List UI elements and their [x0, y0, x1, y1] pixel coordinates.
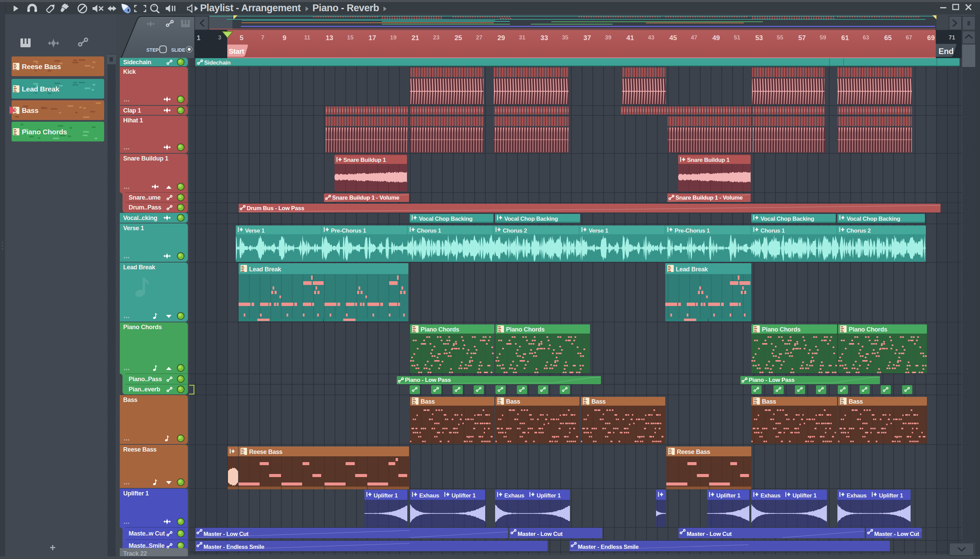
svg-text:Clap 1: Clap 1	[123, 107, 141, 114]
svg-text:End: End	[939, 46, 953, 56]
svg-text:STEP: STEP	[146, 47, 159, 53]
svg-text:Uplifter 1: Uplifter 1	[123, 490, 149, 497]
svg-text:Bass: Bass	[591, 398, 606, 405]
svg-text:Vocal Chop Backing: Vocal Chop Backing	[504, 215, 558, 222]
svg-text:61: 61	[841, 34, 849, 41]
svg-text:Vocal..cking: Vocal..cking	[123, 215, 157, 222]
svg-text:3: 3	[218, 34, 221, 41]
svg-text:Uplifter 1: Uplifter 1	[716, 492, 740, 499]
svg-text:13: 13	[326, 34, 333, 41]
svg-text:Sidechain: Sidechain	[204, 60, 231, 66]
svg-text:Pian..everb: Pian..everb	[129, 386, 160, 393]
svg-text:27: 27	[476, 34, 483, 41]
svg-text:Maste..w Cut: Maste..w Cut	[129, 530, 165, 537]
svg-text:31: 31	[519, 34, 526, 41]
svg-text:57: 57	[798, 34, 806, 41]
svg-text:Chorus 2: Chorus 2	[503, 227, 527, 234]
svg-text:Piano Chords: Piano Chords	[22, 128, 67, 136]
svg-text:49: 49	[712, 34, 720, 41]
svg-text:Exhaus: Exhaus	[761, 492, 781, 499]
svg-text:35: 35	[562, 34, 568, 41]
svg-text:55: 55	[777, 34, 783, 41]
svg-text:5: 5	[240, 34, 243, 41]
svg-text:37: 37	[584, 34, 591, 41]
svg-text:Vocal Chop Backing: Vocal Chop Backing	[761, 215, 814, 222]
svg-text:Drum Bus - Low Pass: Drum Bus - Low Pass	[247, 205, 304, 212]
svg-text:17: 17	[368, 34, 376, 41]
svg-text:Playlist - Arrangement: Playlist - Arrangement	[200, 2, 301, 13]
svg-text:Snare Buildup 1 - Volume: Snare Buildup 1 - Volume	[332, 195, 399, 201]
svg-text:Start: Start	[229, 47, 244, 55]
svg-text:43: 43	[648, 34, 654, 41]
svg-text:Drum..Pass: Drum..Pass	[129, 204, 161, 211]
svg-text:Piano Chords: Piano Chords	[762, 326, 801, 333]
svg-text:Piano Chords: Piano Chords	[506, 326, 545, 333]
svg-text:7: 7	[261, 34, 264, 41]
svg-text:Vocal Chop Backing: Vocal Chop Backing	[419, 215, 473, 222]
svg-text:Exhaus: Exhaus	[504, 492, 524, 499]
svg-text:Bass: Bass	[849, 398, 863, 405]
svg-text:Reese Bass: Reese Bass	[123, 446, 156, 453]
svg-text:47: 47	[691, 34, 697, 41]
svg-text:Lead Break: Lead Break	[123, 264, 156, 271]
svg-text:Vocal Chop Backing: Vocal Chop Backing	[847, 215, 900, 222]
svg-text:29: 29	[497, 34, 505, 41]
svg-text:Bass: Bass	[421, 398, 435, 405]
svg-text:33: 33	[541, 34, 548, 41]
svg-text:Bass: Bass	[506, 398, 520, 405]
svg-text:9: 9	[283, 34, 287, 41]
svg-text:Verse 1: Verse 1	[589, 227, 608, 234]
svg-text:Master - Endless Smile: Master - Endless Smile	[578, 544, 639, 550]
svg-text:Master - Low Cut: Master - Low Cut	[204, 531, 249, 537]
svg-text:1: 1	[197, 34, 201, 41]
svg-text:Exhaus: Exhaus	[419, 492, 439, 499]
svg-text:Reese Bass: Reese Bass	[249, 448, 282, 455]
svg-text:Piano - Low Pass: Piano - Low Pass	[405, 377, 451, 383]
svg-text:Chorus 1: Chorus 1	[761, 227, 785, 234]
svg-text:Piano Chords: Piano Chords	[123, 324, 162, 331]
svg-text:51: 51	[734, 34, 740, 41]
svg-text:53: 53	[755, 34, 763, 41]
svg-text:Piano Chords: Piano Chords	[849, 326, 887, 333]
svg-text:15: 15	[347, 34, 353, 41]
svg-text:Snare Buildup 1 - Volume: Snare Buildup 1 - Volume	[675, 195, 743, 201]
svg-text:Lead Break: Lead Break	[22, 85, 60, 93]
svg-text:Verse 1: Verse 1	[245, 227, 264, 234]
svg-text:Pre-Chorus 1: Pre-Chorus 1	[675, 227, 710, 234]
svg-text:Piano - Low Pass: Piano - Low Pass	[749, 377, 794, 383]
svg-text:Snare Buildup 1: Snare Buildup 1	[687, 157, 730, 163]
svg-text:23: 23	[433, 34, 439, 41]
svg-text:Uplifter 1: Uplifter 1	[537, 492, 561, 499]
svg-text:Uplifter 1: Uplifter 1	[879, 492, 903, 499]
svg-text:Reese Bass: Reese Bass	[677, 448, 710, 455]
svg-text:39: 39	[605, 34, 612, 41]
svg-text:Piano..Pass: Piano..Pass	[129, 376, 162, 382]
svg-text:Hihat 1: Hihat 1	[123, 117, 143, 124]
svg-text:Reese Bass: Reese Bass	[22, 63, 61, 70]
svg-text:Chorus 1: Chorus 1	[417, 227, 441, 234]
svg-text:SLIDE: SLIDE	[171, 47, 185, 53]
svg-text:Master - Endless Smile: Master - Endless Smile	[204, 544, 264, 550]
svg-text:Master - Low Cut: Master - Low Cut	[517, 531, 563, 537]
svg-text:59: 59	[820, 34, 826, 41]
svg-text:Piano Chords: Piano Chords	[421, 326, 459, 333]
svg-text:Lead Break: Lead Break	[249, 266, 282, 273]
svg-text:Kick: Kick	[123, 68, 136, 75]
svg-text:21: 21	[411, 34, 419, 41]
svg-text:Uplifter 1: Uplifter 1	[374, 492, 398, 499]
svg-text:Verse 1: Verse 1	[123, 225, 144, 232]
svg-text:Maste..Smile: Maste..Smile	[129, 542, 165, 549]
svg-text:Pre-Chorus 1: Pre-Chorus 1	[331, 227, 366, 234]
svg-text:45: 45	[669, 34, 677, 41]
svg-text:Master - Low Cut: Master - Low Cut	[874, 531, 919, 537]
svg-text:Snare..ume: Snare..ume	[129, 194, 161, 201]
svg-text:Bass: Bass	[22, 106, 38, 114]
svg-text:69: 69	[927, 34, 935, 41]
svg-text:Piano - Reverb: Piano - Reverb	[312, 2, 379, 13]
svg-text:Lead Break: Lead Break	[676, 266, 708, 273]
svg-text:71: 71	[949, 34, 955, 41]
svg-text:65: 65	[884, 34, 892, 41]
svg-text:Snare Buildup 1: Snare Buildup 1	[343, 157, 386, 163]
svg-text:+: +	[50, 542, 55, 553]
svg-text:Master - Low Cut: Master - Low Cut	[686, 531, 732, 537]
